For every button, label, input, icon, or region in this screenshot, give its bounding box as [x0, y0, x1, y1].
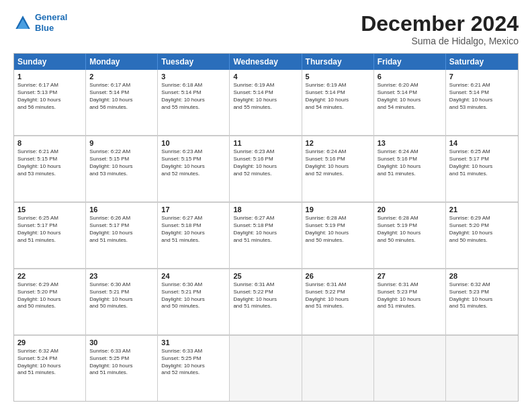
day-number: 27 [378, 272, 442, 280]
day-info: Sunrise: 6:22 AM Sunset: 5:15 PM Dayligh… [89, 148, 154, 177]
day-number: 10 [161, 139, 226, 147]
day-number: 24 [161, 272, 226, 280]
calendar-day-11: 11Sunrise: 6:23 AM Sunset: 5:16 PM Dayli… [230, 136, 302, 201]
calendar-day-8: 8Sunrise: 6:21 AM Sunset: 5:15 PM Daylig… [14, 136, 86, 201]
calendar-week-2: 8Sunrise: 6:21 AM Sunset: 5:15 PM Daylig… [14, 136, 518, 202]
calendar-day-12: 12Sunrise: 6:24 AM Sunset: 5:16 PM Dayli… [302, 136, 374, 201]
day-number: 31 [161, 338, 226, 347]
month-title: December 2024 [361, 12, 519, 36]
calendar-day-14: 14Sunrise: 6:25 AM Sunset: 5:17 PM Dayli… [446, 136, 518, 201]
header-day-saturday: Saturday [446, 54, 518, 70]
calendar-day-20: 20Sunrise: 6:28 AM Sunset: 5:19 PM Dayli… [374, 203, 446, 268]
day-number: 6 [378, 73, 442, 81]
calendar-day-empty [302, 336, 374, 401]
day-info: Sunrise: 6:25 AM Sunset: 5:17 PM Dayligh… [449, 148, 515, 177]
calendar-day-empty [446, 336, 518, 401]
location: Suma de Hidalgo, Mexico [361, 36, 519, 46]
day-number: 9 [89, 139, 154, 147]
day-info: Sunrise: 6:23 AM Sunset: 5:16 PM Dayligh… [233, 148, 298, 177]
header-day-sunday: Sunday [14, 54, 86, 70]
day-info: Sunrise: 6:27 AM Sunset: 5:18 PM Dayligh… [233, 215, 298, 244]
calendar-day-17: 17Sunrise: 6:27 AM Sunset: 5:18 PM Dayli… [158, 203, 230, 268]
day-info: Sunrise: 6:17 AM Sunset: 5:14 PM Dayligh… [89, 82, 154, 111]
calendar-day-31: 31Sunrise: 6:33 AM Sunset: 5:25 PM Dayli… [158, 336, 230, 401]
calendar-day-30: 30Sunrise: 6:33 AM Sunset: 5:25 PM Dayli… [86, 336, 158, 401]
logo: General Blue [13, 12, 67, 33]
calendar-day-26: 26Sunrise: 6:31 AM Sunset: 5:22 PM Dayli… [302, 269, 374, 334]
day-number: 30 [89, 338, 154, 347]
day-info: Sunrise: 6:33 AM Sunset: 5:25 PM Dayligh… [161, 348, 226, 377]
day-info: Sunrise: 6:19 AM Sunset: 5:14 PM Dayligh… [233, 82, 298, 111]
day-number: 8 [17, 139, 82, 147]
day-number: 13 [378, 139, 442, 147]
calendar-day-21: 21Sunrise: 6:29 AM Sunset: 5:20 PM Dayli… [446, 203, 518, 268]
calendar-day-16: 16Sunrise: 6:26 AM Sunset: 5:17 PM Dayli… [86, 203, 158, 268]
day-info: Sunrise: 6:30 AM Sunset: 5:21 PM Dayligh… [161, 281, 226, 310]
calendar-week-3: 15Sunrise: 6:25 AM Sunset: 5:17 PM Dayli… [14, 202, 518, 269]
header-day-tuesday: Tuesday [158, 54, 230, 70]
calendar-header: SundayMondayTuesdayWednesdayThursdayFrid… [14, 54, 518, 70]
day-info: Sunrise: 6:29 AM Sunset: 5:20 PM Dayligh… [449, 215, 515, 244]
day-number: 28 [449, 272, 515, 280]
day-info: Sunrise: 6:29 AM Sunset: 5:20 PM Dayligh… [17, 281, 82, 310]
calendar-day-6: 6Sunrise: 6:20 AM Sunset: 5:14 PM Daylig… [374, 70, 446, 135]
day-number: 20 [378, 205, 442, 214]
day-number: 16 [89, 205, 154, 214]
day-info: Sunrise: 6:31 AM Sunset: 5:23 PM Dayligh… [378, 281, 442, 310]
day-number: 14 [449, 139, 515, 147]
calendar-day-22: 22Sunrise: 6:29 AM Sunset: 5:20 PM Dayli… [14, 269, 86, 334]
calendar-week-1: 1Sunrise: 6:17 AM Sunset: 5:13 PM Daylig… [14, 70, 518, 136]
day-number: 5 [306, 73, 370, 81]
day-info: Sunrise: 6:19 AM Sunset: 5:14 PM Dayligh… [306, 82, 370, 111]
day-info: Sunrise: 6:18 AM Sunset: 5:14 PM Dayligh… [161, 82, 226, 111]
calendar-day-empty [230, 336, 302, 401]
calendar-day-3: 3Sunrise: 6:18 AM Sunset: 5:14 PM Daylig… [158, 70, 230, 135]
day-number: 4 [233, 73, 298, 81]
calendar: SundayMondayTuesdayWednesdayThursdayFrid… [13, 53, 519, 402]
day-info: Sunrise: 6:25 AM Sunset: 5:17 PM Dayligh… [17, 215, 82, 244]
day-info: Sunrise: 6:26 AM Sunset: 5:17 PM Dayligh… [89, 215, 154, 244]
calendar-day-10: 10Sunrise: 6:23 AM Sunset: 5:15 PM Dayli… [158, 136, 230, 201]
day-info: Sunrise: 6:24 AM Sunset: 5:16 PM Dayligh… [378, 148, 442, 177]
day-info: Sunrise: 6:17 AM Sunset: 5:13 PM Dayligh… [17, 82, 82, 111]
day-number: 15 [17, 205, 82, 214]
day-info: Sunrise: 6:23 AM Sunset: 5:15 PM Dayligh… [161, 148, 226, 177]
day-info: Sunrise: 6:32 AM Sunset: 5:23 PM Dayligh… [449, 281, 515, 310]
logo-icon [13, 13, 32, 32]
header-day-thursday: Thursday [302, 54, 374, 70]
day-info: Sunrise: 6:21 AM Sunset: 5:14 PM Dayligh… [449, 82, 515, 111]
logo-text: General Blue [35, 12, 67, 33]
day-info: Sunrise: 6:31 AM Sunset: 5:22 PM Dayligh… [306, 281, 370, 310]
page: General Blue December 2024 Suma de Hidal… [0, 0, 532, 411]
day-number: 2 [89, 73, 154, 81]
day-number: 22 [17, 272, 82, 280]
header-day-monday: Monday [86, 54, 158, 70]
day-number: 23 [89, 272, 154, 280]
day-number: 11 [233, 139, 298, 147]
day-info: Sunrise: 6:30 AM Sunset: 5:21 PM Dayligh… [89, 281, 154, 310]
day-info: Sunrise: 6:24 AM Sunset: 5:16 PM Dayligh… [306, 148, 370, 177]
calendar-day-13: 13Sunrise: 6:24 AM Sunset: 5:16 PM Dayli… [374, 136, 446, 201]
calendar-day-19: 19Sunrise: 6:28 AM Sunset: 5:19 PM Dayli… [302, 203, 374, 268]
day-info: Sunrise: 6:31 AM Sunset: 5:22 PM Dayligh… [233, 281, 298, 310]
day-number: 21 [449, 205, 515, 214]
calendar-week-5: 29Sunrise: 6:32 AM Sunset: 5:24 PM Dayli… [14, 335, 518, 401]
day-number: 19 [306, 205, 370, 214]
day-number: 18 [233, 205, 298, 214]
logo-line1: General [35, 12, 67, 22]
calendar-day-1: 1Sunrise: 6:17 AM Sunset: 5:13 PM Daylig… [14, 70, 86, 135]
calendar-week-4: 22Sunrise: 6:29 AM Sunset: 5:20 PM Dayli… [14, 269, 518, 335]
day-info: Sunrise: 6:32 AM Sunset: 5:24 PM Dayligh… [17, 348, 82, 377]
day-number: 26 [306, 272, 370, 280]
calendar-day-empty [374, 336, 446, 401]
logo-line2: Blue [35, 23, 67, 34]
calendar-day-4: 4Sunrise: 6:19 AM Sunset: 5:14 PM Daylig… [230, 70, 302, 135]
day-number: 7 [449, 73, 515, 81]
day-info: Sunrise: 6:27 AM Sunset: 5:18 PM Dayligh… [161, 215, 226, 244]
day-number: 29 [17, 338, 82, 347]
calendar-day-15: 15Sunrise: 6:25 AM Sunset: 5:17 PM Dayli… [14, 203, 86, 268]
day-number: 12 [306, 139, 370, 147]
header: General Blue December 2024 Suma de Hidal… [13, 12, 519, 46]
day-info: Sunrise: 6:21 AM Sunset: 5:15 PM Dayligh… [17, 148, 82, 177]
calendar-day-23: 23Sunrise: 6:30 AM Sunset: 5:21 PM Dayli… [86, 269, 158, 334]
